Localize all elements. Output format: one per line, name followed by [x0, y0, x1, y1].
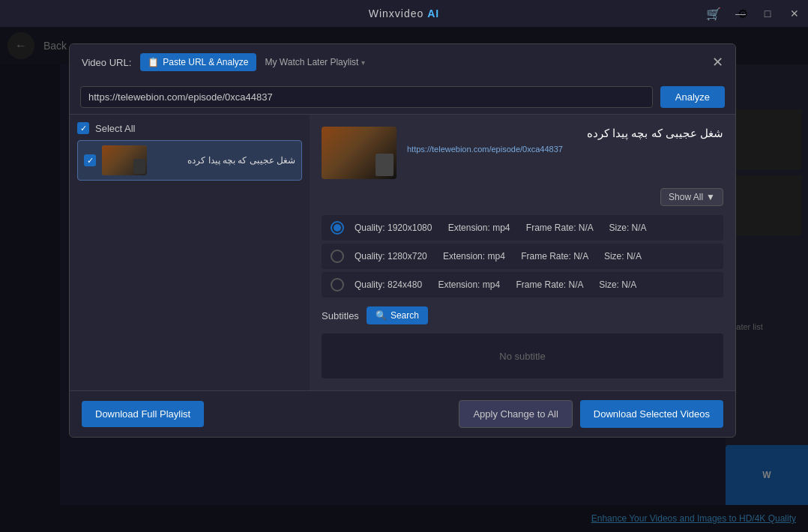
quality-label-3: Quality: 824x480 Extension: mp4 Frame Ra… — [355, 279, 714, 290]
quality-radio-3[interactable] — [331, 278, 344, 291]
video-info-row: شغل عجیبی که بچه پیدا کرده https://telew… — [322, 127, 723, 179]
minimize-button[interactable]: — — [727, 0, 754, 27]
video-preview-char — [376, 154, 394, 176]
paste-label: Paste URL & Analyze — [163, 57, 248, 67]
video-list-item[interactable]: شغل عجیبی که بچه پیدا کرده — [77, 140, 302, 181]
video-url-display: https://telewebion.com/episode/0xca44837 — [407, 145, 723, 154]
subtitles-row: Subtitles 🔍 Search — [322, 306, 723, 324]
no-subtitle-text: No subtitle — [499, 351, 545, 362]
right-panel: شغل عجیبی که بچه پیدا کرده https://telew… — [310, 115, 735, 390]
url-bar: Analyze — [70, 80, 735, 115]
download-full-playlist-button[interactable]: Download Full Playlist — [82, 401, 204, 427]
quality-row-1[interactable]: Quality: 1920x1080 Extension: mp4 Frame … — [322, 215, 723, 241]
show-all-arrow-icon: ▼ — [706, 192, 715, 202]
video-name: شغل عجیبی که بچه پیدا کرده — [407, 127, 723, 140]
quality-radio-2[interactable] — [331, 250, 344, 263]
quality-list: Quality: 1920x1080 Extension: mp4 Frame … — [322, 215, 723, 297]
search-subtitle-label: Search — [391, 310, 419, 321]
video-url-label: Video URL: — [82, 57, 131, 68]
modal-close-button[interactable]: ✕ — [708, 53, 726, 71]
quality-header: Show All ▼ — [322, 188, 723, 206]
app-title-ai: AI — [427, 7, 439, 19]
close-button[interactable]: ✕ — [781, 0, 808, 27]
analyze-button[interactable]: Analyze — [660, 86, 725, 108]
footer-right-buttons: Apply Change to All Download Selected Vi… — [459, 400, 723, 428]
video-item-title: شغل عجیبی که بچه پیدا کرده — [153, 155, 295, 166]
select-all-label: Select All — [95, 123, 135, 134]
modal-footer: Download Full Playlist Apply Change to A… — [70, 390, 735, 437]
quality-label-2: Quality: 1280x720 Extension: mp4 Frame R… — [355, 251, 714, 262]
video-preview — [322, 127, 397, 179]
titlebar: Winxvideo AI 🛒 ⚙ — □ ✕ — [0, 0, 808, 27]
paste-url-button[interactable]: 📋 Paste URL & Analyze — [140, 53, 256, 71]
app-title-text: Winxvideo — [369, 7, 424, 19]
select-all-row: Select All — [77, 122, 302, 134]
download-modal: Video URL: 📋 Paste URL & Analyze My Watc… — [69, 43, 736, 438]
select-all-checkbox[interactable] — [77, 122, 89, 134]
url-input[interactable] — [80, 86, 653, 108]
show-all-button[interactable]: Show All ▼ — [660, 188, 723, 206]
subtitle-area: No subtitle — [322, 333, 723, 378]
maximize-button[interactable]: □ — [754, 0, 781, 27]
modal-header: Video URL: 📋 Paste URL & Analyze My Watc… — [70, 44, 735, 80]
cart-icon[interactable]: 🛒 — [700, 0, 727, 27]
video-thumb-image — [102, 145, 147, 175]
modal-body: Select All شغل عجیبی که بچه پیدا کرده — [70, 115, 735, 390]
video-thumbnail — [102, 145, 147, 175]
left-panel: Select All شغل عجیبی که بچه پیدا کرده — [70, 115, 310, 390]
search-subtitle-icon: 🔍 — [376, 310, 387, 321]
video-meta: شغل عجیبی که بچه پیدا کرده https://telew… — [407, 127, 723, 154]
app-title: Winxvideo AI — [369, 7, 439, 19]
dropdown-arrow-icon: ▾ — [361, 58, 365, 67]
subtitles-label: Subtitles — [322, 310, 359, 321]
quality-row-3[interactable]: Quality: 824x480 Extension: mp4 Frame Ra… — [322, 272, 723, 297]
show-all-label: Show All — [669, 192, 703, 202]
video-thumb-char — [133, 159, 145, 174]
quality-label-1: Quality: 1920x1080 Extension: mp4 Frame … — [355, 223, 714, 233]
video-item-checkbox[interactable] — [84, 154, 96, 166]
apply-change-button[interactable]: Apply Change to All — [459, 400, 572, 428]
paste-icon: 📋 — [148, 57, 159, 67]
quality-radio-1[interactable] — [331, 221, 344, 235]
window-controls: — □ ✕ — [727, 0, 808, 27]
search-subtitle-button[interactable]: 🔍 Search — [367, 306, 428, 324]
quality-row-2[interactable]: Quality: 1280x720 Extension: mp4 Frame R… — [322, 244, 723, 269]
download-selected-button[interactable]: Download Selected Videos — [580, 400, 723, 428]
watch-later-link[interactable]: My Watch Later Playlist ▾ — [265, 57, 365, 67]
